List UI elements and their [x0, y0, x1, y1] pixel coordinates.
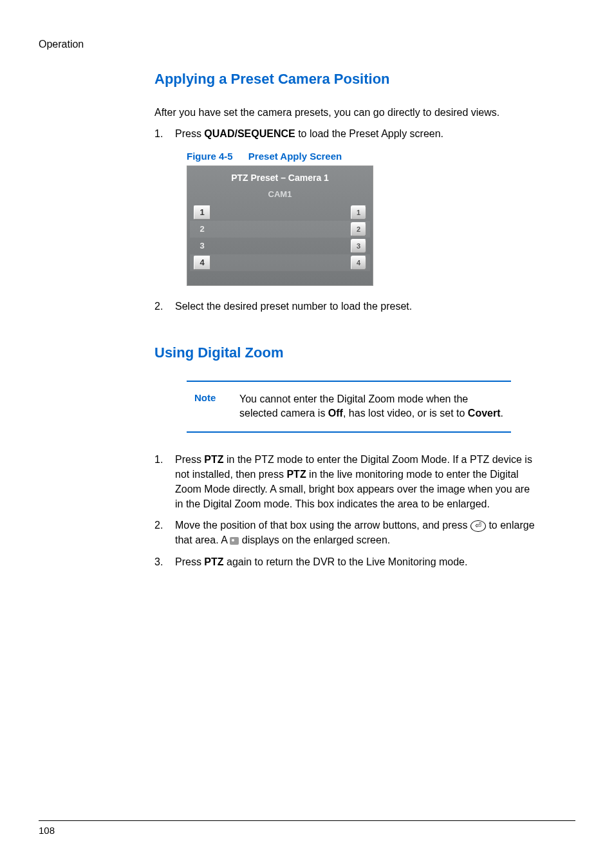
- preset-row: 3 3: [190, 238, 370, 254]
- step-text: Select the desired preset number to load…: [175, 299, 537, 314]
- bold-term: PTZ: [204, 556, 223, 567]
- bold-term: QUAD/SEQUENCE: [204, 128, 295, 139]
- preset-number-badge: 1: [194, 205, 210, 220]
- note-label: Note: [194, 392, 239, 421]
- figure-label: Figure 4-5: [187, 151, 233, 162]
- preset-number-badge: 4: [194, 256, 210, 270]
- heading-digital-zoom: Using Digital Zoom: [154, 344, 537, 361]
- preset-load-icon: 1: [351, 205, 366, 220]
- zoom-step-2: 2. Move the position of that box using t…: [154, 518, 537, 547]
- preset-apply-screenshot: PTZ Preset – Camera 1 CAM1 1 1 2 2 3 3: [187, 165, 373, 286]
- bold-term: Covert: [468, 408, 501, 419]
- screenshot-title-bar: PTZ Preset – Camera 1: [190, 169, 370, 189]
- bold-term: Off: [328, 408, 343, 419]
- figure-title: Preset Apply Screen: [248, 151, 342, 162]
- page-number: 108: [39, 825, 55, 836]
- text-fragment: Press: [175, 454, 204, 465]
- text-fragment: Press: [175, 556, 204, 567]
- screenshot-camera-label: CAM1: [190, 189, 370, 204]
- step-number: 1.: [154, 452, 175, 512]
- text-fragment: .: [501, 408, 503, 419]
- step-text: Press PTZ in the PTZ mode to enter the D…: [175, 452, 537, 512]
- step-text: Move the position of that box using the …: [175, 518, 537, 547]
- preset-load-icon: 2: [351, 222, 366, 236]
- zoom-step-3: 3. Press PTZ again to return the DVR to …: [154, 554, 537, 569]
- note-text: You cannot enter the Digital Zoom mode w…: [239, 392, 503, 421]
- step-text: Press QUAD/SEQUENCE to load the Preset A…: [175, 126, 537, 141]
- text-fragment: Move the position of that box using the …: [175, 520, 470, 531]
- text-fragment: Press: [175, 128, 204, 139]
- enter-button-icon: [470, 520, 486, 532]
- preset-load-icon: 4: [351, 256, 366, 270]
- preset-row: 1 1: [190, 204, 370, 221]
- text-fragment: displays on the enlarged screen.: [239, 534, 390, 545]
- step-1: 1. Press QUAD/SEQUENCE to load the Prese…: [154, 126, 537, 141]
- zoom-step-1: 1. Press PTZ in the PTZ mode to enter th…: [154, 452, 537, 512]
- page-header-label: Operation: [39, 39, 575, 50]
- preset-load-icon: 3: [351, 239, 366, 253]
- bold-term: PTZ: [204, 454, 223, 465]
- note-callout: Note You cannot enter the Digital Zoom m…: [187, 381, 511, 433]
- preset-row: 2 2: [190, 221, 370, 238]
- step-number: 1.: [154, 126, 175, 141]
- text-fragment: again to return the DVR to the Live Moni…: [224, 556, 468, 567]
- text-fragment: , has lost video, or is set to: [343, 408, 468, 419]
- preset-row: 4 4: [190, 254, 370, 271]
- step-number: 2.: [154, 518, 175, 547]
- intro-paragraph: After you have set the camera presets, y…: [154, 106, 537, 120]
- preset-number-badge: 2: [194, 222, 210, 236]
- zoom-indicator-icon: [230, 537, 239, 545]
- figure-caption: Figure 4-5 Preset Apply Screen: [187, 151, 537, 162]
- step-text: Press PTZ again to return the DVR to the…: [175, 554, 537, 569]
- preset-number-badge: 3: [194, 239, 210, 253]
- step-number: 2.: [154, 299, 175, 314]
- bold-term: PTZ: [286, 469, 306, 480]
- step-number: 3.: [154, 554, 175, 569]
- heading-applying-preset: Applying a Preset Camera Position: [154, 71, 537, 88]
- page-footer: 108: [39, 820, 575, 836]
- text-fragment: to load the Preset Apply screen.: [295, 128, 443, 139]
- step-2: 2. Select the desired preset number to l…: [154, 299, 537, 314]
